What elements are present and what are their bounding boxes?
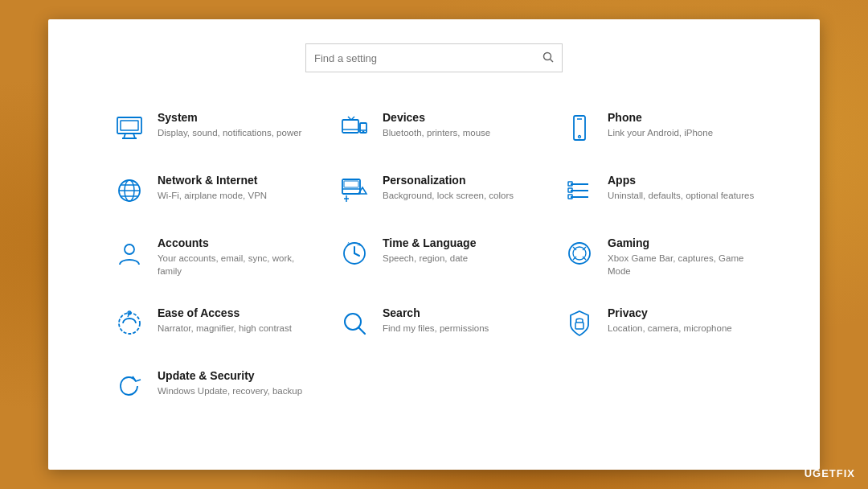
setting-title-personalization: Personalization — [383, 174, 514, 187]
ease-icon — [113, 306, 146, 340]
setting-item-phone[interactable]: Phone Link your Android, iPhone — [547, 97, 772, 159]
setting-desc-phone: Link your Android, iPhone — [608, 126, 713, 139]
setting-title-search: Search — [383, 306, 489, 319]
setting-desc-system: Display, sound, notifications, power — [158, 126, 301, 139]
setting-desc-network: Wi-Fi, airplane mode, VPN — [158, 189, 267, 202]
setting-title-time: Time & Language — [383, 236, 476, 249]
setting-title-apps: Apps — [608, 174, 754, 187]
svg-point-33 — [125, 244, 134, 254]
system-icon — [113, 111, 146, 145]
setting-desc-apps: Uninstall, defaults, optional features — [608, 189, 754, 202]
svg-rect-30 — [568, 182, 572, 186]
accounts-icon — [113, 236, 146, 270]
setting-text-accounts: Accounts Your accounts, email, sync, wor… — [158, 236, 305, 277]
privacy-icon — [563, 306, 596, 340]
setting-item-system[interactable]: System Display, sound, notifications, po… — [96, 97, 321, 159]
svg-rect-24 — [344, 181, 358, 187]
phone-icon — [563, 111, 596, 145]
setting-desc-gaming: Xbox Game Bar, captures, Game Mode — [608, 252, 755, 277]
network-icon — [113, 174, 146, 208]
settings-grid: System Display, sound, notifications, po… — [96, 97, 772, 417]
setting-title-update: Update & Security — [158, 369, 302, 382]
search-input[interactable] — [314, 52, 542, 64]
svg-point-16 — [579, 136, 581, 138]
setting-item-ease[interactable]: Ease of Access Narrator, magnifier, high… — [96, 292, 321, 355]
personalization-icon — [338, 174, 371, 208]
setting-desc-devices: Bluetooth, printers, mouse — [383, 126, 490, 139]
svg-point-11 — [362, 131, 364, 133]
svg-point-39 — [569, 243, 590, 264]
setting-text-update: Update & Security Windows Update, recove… — [158, 369, 302, 397]
setting-title-devices: Devices — [383, 111, 490, 124]
svg-rect-32 — [568, 195, 572, 199]
setting-item-devices[interactable]: Devices Bluetooth, printers, mouse — [321, 97, 547, 159]
setting-text-time: Time & Language Speech, region, date — [383, 236, 476, 265]
setting-desc-search: Find my files, permissions — [383, 322, 489, 335]
svg-line-1 — [551, 59, 554, 62]
search-bar[interactable] — [305, 43, 563, 72]
setting-text-system: System Display, sound, notifications, po… — [158, 111, 301, 139]
setting-text-ease: Ease of Access Narrator, magnifier, high… — [158, 306, 292, 335]
setting-desc-time: Speech, region, date — [383, 252, 476, 265]
setting-desc-personalization: Background, lock screen, colors — [383, 189, 514, 202]
setting-item-privacy[interactable]: Privacy Location, camera, microphone — [547, 292, 772, 355]
svg-rect-7 — [342, 120, 358, 133]
svg-rect-6 — [121, 121, 138, 130]
svg-rect-22 — [342, 179, 360, 194]
svg-line-49 — [358, 327, 365, 334]
setting-text-apps: Apps Uninstall, defaults, optional featu… — [608, 174, 754, 202]
setting-item-gaming[interactable]: Gaming Xbox Game Bar, captures, Game Mod… — [547, 222, 772, 292]
update-icon — [113, 369, 146, 403]
setting-desc-privacy: Location, camera, microphone — [608, 322, 732, 335]
setting-text-search: Search Find my files, permissions — [383, 306, 489, 335]
devices-icon — [338, 111, 371, 145]
setting-text-devices: Devices Bluetooth, printers, mouse — [383, 111, 490, 139]
setting-title-ease: Ease of Access — [158, 306, 292, 319]
setting-item-apps[interactable]: Apps Uninstall, defaults, optional featu… — [547, 159, 772, 222]
apps-icon — [563, 174, 596, 208]
svg-point-45 — [119, 313, 140, 334]
setting-item-personalization[interactable]: Personalization Background, lock screen,… — [321, 159, 547, 222]
setting-text-phone: Phone Link your Android, iPhone — [608, 111, 713, 139]
setting-title-accounts: Accounts — [158, 236, 305, 249]
setting-title-network: Network & Internet — [158, 174, 267, 187]
setting-item-time[interactable]: AA Time & Language Speech, region, date — [321, 222, 547, 292]
setting-title-system: System — [158, 111, 301, 124]
setting-item-search[interactable]: Search Find my files, permissions — [321, 292, 547, 355]
svg-line-36 — [354, 253, 359, 256]
svg-rect-31 — [568, 188, 572, 192]
setting-title-privacy: Privacy — [608, 306, 732, 319]
search-icon — [338, 306, 371, 340]
svg-point-0 — [544, 52, 551, 60]
search-icon — [542, 51, 554, 65]
setting-text-personalization: Personalization Background, lock screen,… — [383, 174, 514, 202]
setting-desc-ease: Narrator, magnifier, high contrast — [158, 322, 292, 335]
setting-title-phone: Phone — [608, 111, 713, 124]
time-icon: AA — [338, 236, 371, 270]
svg-text:A: A — [357, 242, 361, 247]
setting-item-network[interactable]: Network & Internet Wi-Fi, airplane mode,… — [96, 159, 321, 222]
setting-text-gaming: Gaming Xbox Game Bar, captures, Game Mod… — [608, 236, 755, 277]
svg-rect-50 — [575, 323, 583, 329]
watermark: UGETFIX — [805, 467, 855, 479]
setting-item-update[interactable]: Update & Security Windows Update, recove… — [96, 355, 321, 417]
setting-desc-update: Windows Update, recovery, backup — [158, 384, 302, 397]
setting-title-gaming: Gaming — [608, 236, 755, 249]
setting-desc-accounts: Your accounts, email, sync, work, family — [158, 252, 305, 277]
setting-item-accounts[interactable]: Accounts Your accounts, email, sync, wor… — [96, 222, 321, 292]
settings-window: System Display, sound, notifications, po… — [48, 19, 820, 470]
setting-text-privacy: Privacy Location, camera, microphone — [608, 306, 732, 335]
setting-text-network: Network & Internet Wi-Fi, airplane mode,… — [158, 174, 267, 202]
gaming-icon — [563, 236, 596, 270]
